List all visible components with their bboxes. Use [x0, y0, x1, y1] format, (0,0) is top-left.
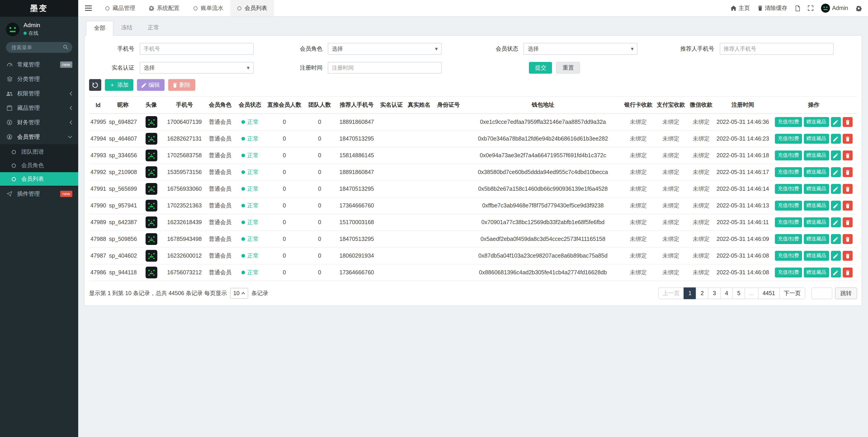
- recharge-button[interactable]: 充值/扣费: [775, 234, 802, 244]
- column-header: 操作: [770, 96, 857, 114]
- fullscreen-button[interactable]: [808, 5, 813, 11]
- cell-role: 普通会员: [205, 130, 235, 147]
- edit-row-button[interactable]: [831, 234, 841, 244]
- recharge-button[interactable]: 充值/扣费: [775, 201, 802, 211]
- delete-row-button[interactable]: [842, 234, 852, 244]
- chevron-left-icon: [69, 106, 72, 111]
- page-button-1[interactable]: 1: [684, 287, 696, 299]
- cell-real_name: [405, 130, 433, 147]
- edit-row-button[interactable]: [831, 184, 841, 194]
- add-button[interactable]: ＋ 添加: [105, 79, 133, 91]
- page-button-3[interactable]: 3: [708, 287, 721, 299]
- edit-row-button[interactable]: [831, 134, 841, 144]
- delete-row-button[interactable]: [842, 167, 852, 177]
- recharge-button[interactable]: 充值/扣费: [775, 217, 802, 227]
- jump-page-input[interactable]: [811, 287, 832, 299]
- page-button-5[interactable]: 5: [733, 287, 745, 299]
- delete-row-button[interactable]: [842, 134, 852, 144]
- sidebar-item-category[interactable]: 分类管理: [0, 72, 78, 87]
- cell-nickname: sp_944118: [107, 264, 139, 281]
- gift-collection-button[interactable]: 赠送藏品: [804, 201, 829, 211]
- gift-collection-button[interactable]: 赠送藏品: [804, 117, 829, 127]
- next-page-button[interactable]: 下一页: [779, 287, 805, 299]
- delete-row-button[interactable]: [842, 217, 852, 227]
- recharge-button[interactable]: 充值/扣费: [775, 184, 802, 194]
- phone-input[interactable]: [140, 43, 254, 55]
- status-select[interactable]: 选择 ▾: [524, 43, 638, 55]
- log-button[interactable]: [795, 5, 800, 11]
- topbar-tab-账单流水[interactable]: 账单流水: [186, 0, 230, 16]
- user-menu[interactable]: Admin: [821, 4, 848, 13]
- sidebar-item-member[interactable]: 会员管理: [0, 130, 78, 145]
- status-badge: 正常: [241, 135, 258, 143]
- page-size-select[interactable]: 10: [230, 288, 248, 299]
- menu-search-input[interactable]: [6, 42, 72, 53]
- tab-冻结[interactable]: 冻结: [114, 21, 140, 35]
- status-dot-icon: [241, 120, 245, 124]
- delete-button[interactable]: 删除: [168, 79, 195, 91]
- tab-正常[interactable]: 正常: [140, 21, 167, 35]
- status-dot-icon: [241, 187, 245, 191]
- delete-row-button[interactable]: [842, 201, 852, 211]
- sidebar-subitem-会员列表[interactable]: 会员列表: [0, 173, 78, 186]
- gift-collection-button[interactable]: 赠送藏品: [804, 134, 829, 144]
- sidebar-subitem-会员角色[interactable]: 会员角色: [0, 159, 78, 173]
- submit-button[interactable]: 提交: [529, 62, 552, 74]
- topbar-tab-藏品管理[interactable]: 藏品管理: [98, 0, 142, 16]
- tab-全部[interactable]: 全部: [86, 21, 114, 36]
- edit-button[interactable]: 编辑: [137, 79, 164, 91]
- clear-cache-button[interactable]: 清除缓存: [757, 4, 787, 12]
- delete-row-button[interactable]: [842, 251, 852, 261]
- recharge-button[interactable]: 充值/扣费: [775, 268, 802, 278]
- gift-collection-button[interactable]: 赠送藏品: [804, 268, 829, 278]
- cell-direct_count: 0: [265, 214, 304, 231]
- edit-row-button[interactable]: [831, 268, 841, 278]
- topbar-tab-会员列表[interactable]: 会员列表: [230, 0, 274, 16]
- sidebar-item-permission[interactable]: 权限管理: [0, 87, 78, 101]
- page-button-4[interactable]: 4: [720, 287, 733, 299]
- edit-row-button[interactable]: [831, 167, 841, 177]
- delete-row-button[interactable]: [842, 184, 852, 194]
- topbar-tab-系统配置[interactable]: 系统配置: [142, 0, 186, 16]
- recharge-button[interactable]: 充值/扣费: [775, 251, 802, 261]
- sidebar-item-collection[interactable]: 藏品管理: [0, 101, 78, 116]
- jump-button[interactable]: 跳转: [835, 287, 857, 299]
- realname-select[interactable]: 选择 ▾: [140, 62, 254, 74]
- delete-row-button[interactable]: [842, 151, 852, 160]
- gift-collection-button[interactable]: 赠送藏品: [804, 217, 829, 227]
- pager: 上一页12345...4451下一页 跳转: [658, 287, 857, 299]
- delete-row-button[interactable]: [842, 117, 852, 127]
- recharge-button[interactable]: 充值/扣费: [775, 167, 802, 177]
- gift-collection-button[interactable]: 赠送藏品: [804, 167, 829, 177]
- page-button-2[interactable]: 2: [696, 287, 709, 299]
- page-button-4451[interactable]: 4451: [758, 287, 780, 299]
- recharge-button[interactable]: 充值/扣费: [775, 117, 802, 127]
- edit-row-button[interactable]: [831, 117, 841, 127]
- sidebar-item-plugin[interactable]: 插件管理new: [0, 187, 78, 201]
- edit-row-button[interactable]: [831, 251, 841, 261]
- gift-collection-button[interactable]: 赠送藏品: [804, 234, 829, 244]
- role-select[interactable]: 选择 ▾: [328, 43, 442, 55]
- referrer-phone-input[interactable]: [719, 43, 833, 55]
- refresh-button[interactable]: [89, 79, 101, 91]
- recharge-button[interactable]: 充值/扣费: [775, 151, 802, 160]
- settings-button[interactable]: [856, 5, 862, 11]
- home-link[interactable]: 主页: [730, 4, 750, 12]
- edit-row-button[interactable]: [831, 217, 841, 227]
- sidebar-subitem-团队图谱[interactable]: 团队图谱: [0, 145, 78, 159]
- brand-logo[interactable]: 墨变: [0, 0, 78, 17]
- users-icon: [6, 91, 13, 96]
- reset-button[interactable]: 重置: [556, 62, 580, 74]
- delete-row-button[interactable]: [842, 268, 852, 278]
- gift-collection-button[interactable]: 赠送藏品: [804, 184, 829, 194]
- edit-row-button[interactable]: [831, 151, 841, 160]
- cell-id: 47986: [89, 264, 107, 281]
- regtime-input[interactable]: [328, 62, 442, 74]
- gift-collection-button[interactable]: 赠送藏品: [804, 251, 829, 261]
- hamburger-menu-icon[interactable]: [78, 0, 98, 16]
- sidebar-item-general[interactable]: 常规管理new: [0, 58, 78, 72]
- edit-row-button[interactable]: [831, 201, 841, 211]
- sidebar-item-finance[interactable]: 财务管理: [0, 116, 78, 130]
- gift-collection-button[interactable]: 赠送藏品: [804, 151, 829, 160]
- recharge-button[interactable]: 充值/扣费: [775, 134, 802, 144]
